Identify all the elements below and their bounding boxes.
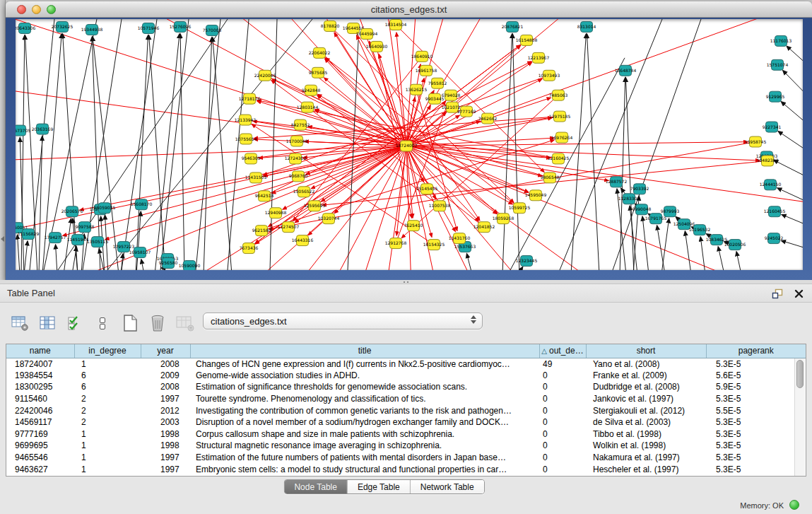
graph-node-yellow[interactable]: 16443316	[292, 235, 314, 246]
graph-edge	[160, 19, 189, 270]
graph-node-yellow[interactable]: 7955812	[428, 78, 447, 88]
column-header-name[interactable]: name	[6, 344, 74, 358]
graph-node-teal[interactable]: 8313014	[577, 21, 596, 32]
tab-edge-table[interactable]: Edge Table	[348, 480, 411, 493]
clear-selection-icon[interactable]	[93, 313, 112, 334]
graph-node-yellow[interactable]: 7485063	[549, 90, 568, 100]
tab-network-table[interactable]: Network Table	[411, 480, 484, 493]
left-splitter[interactable]	[0, 0, 6, 280]
table-row[interactable]: 946362711997Embryonic stem cells: a mode…	[6, 463, 806, 475]
graph-node-teal[interactable]: 9097588	[76, 222, 95, 233]
graph-node-teal[interactable]: 11451944	[67, 235, 89, 245]
graph-node-teal[interactable]: 20732625	[52, 21, 73, 32]
table-row[interactable]: 1938455462009Genome-wide association stu…	[6, 370, 806, 382]
graph-node-yellow[interactable]: 16640930	[366, 41, 388, 52]
graph-node-teal[interactable]: 9227341	[763, 122, 782, 132]
graph-node-teal[interactable]: 16791765	[645, 214, 667, 224]
graph-node-teal[interactable]: 15276096	[170, 21, 192, 32]
graph-node-yellow[interactable]: 18640910	[411, 51, 433, 62]
table-mode-icon[interactable]	[10, 313, 30, 334]
graph-node-yellow[interactable]: 12041852	[473, 222, 495, 233]
graph-node-teal[interactable]: 20876821	[502, 21, 524, 32]
splitter-collapse-arrow-icon[interactable]	[1, 236, 4, 242]
table-scrollbar-thumb[interactable]	[796, 360, 804, 388]
table-row[interactable]: 1830029562008Estimation of significance …	[6, 381, 806, 393]
network-canvas[interactable]: 2064330620732625193449381057194615276096…	[16, 19, 803, 270]
column-header-year[interactable]: year	[141, 344, 190, 358]
graph-node-yellow[interactable]: 16154808	[516, 35, 538, 45]
table-row[interactable]: 1872400712008Changes of HCN gene express…	[6, 358, 806, 370]
graph-node-teal[interactable]: 12887572	[606, 177, 628, 187]
table-row[interactable]: 2242004622012Investigating the contribut…	[6, 404, 806, 416]
graph-node-yellow[interactable]: 11700048	[286, 136, 308, 146]
network-graph[interactable]: 2064330620732625193449381057194615276096…	[16, 19, 803, 270]
graph-node-yellow[interactable]: 18314504	[385, 19, 407, 30]
table-row[interactable]: 1456911722003Disruption of a novel membe…	[6, 416, 806, 428]
table-cell: 2	[74, 393, 141, 405]
graph-node-yellow[interactable]: 7673436	[240, 243, 259, 254]
graph-node-yellow[interactable]: 11007538	[429, 201, 451, 211]
divider-grip-icon[interactable]	[403, 281, 410, 284]
table-row[interactable]: 977716911998Corpus callosum shape and si…	[6, 428, 806, 440]
table-cell: Tibbo et al. (1998)	[586, 428, 706, 440]
graph-node-yellow[interactable]: 9242848	[302, 85, 321, 95]
window-titlebar[interactable]: citations_edges.txt	[6, 1, 812, 18]
graph-node-yellow[interactable]: 9806548	[541, 173, 560, 183]
graph-node-teal[interactable]: 20573705	[16, 125, 30, 136]
graph-node-yellow[interactable]: 12803144	[297, 102, 319, 112]
graph-node-teal[interactable]: 10590090	[179, 261, 201, 270]
graph-node-teal[interactable]: 9245022	[765, 233, 784, 244]
graph-node-teal[interactable]: 13505115	[87, 237, 109, 247]
column-header-in_degree[interactable]: in_degree	[74, 344, 141, 358]
float-panel-icon[interactable]	[771, 287, 784, 300]
graph-node-teal[interactable]: 20363169	[32, 124, 54, 134]
node-table[interactable]: namein_degreeyeartitle△out_de…shortpager…	[6, 344, 806, 477]
table-row[interactable]: 946554611997Estimation of the future num…	[6, 452, 806, 464]
graph-node-teal[interactable]: 19344938	[81, 24, 103, 35]
graph-node-yellow[interactable]: 11274507	[278, 222, 300, 233]
column-header-title[interactable]: title	[190, 344, 539, 358]
graph-node-yellow[interactable]: 15958745	[745, 136, 767, 147]
table-row[interactable]: 969969511998Structural magnetic resonanc…	[6, 440, 806, 452]
graph-node-yellow[interactable]: 12975185	[549, 111, 571, 122]
new-column-icon[interactable]	[120, 313, 140, 334]
tab-node-table[interactable]: Node Table	[284, 480, 348, 493]
graph-node-yellow[interactable]: 8178820	[321, 21, 340, 31]
table-scrollbar[interactable]	[794, 358, 805, 476]
graph-node-yellow[interactable]: 9621580	[252, 226, 271, 236]
graph-node-yellow[interactable]: 9875685	[309, 67, 328, 78]
table-selector-dropdown[interactable]: citations_edges.txt	[203, 313, 483, 329]
table-cell: Dudbridge et al. (2008)	[586, 381, 706, 393]
graph-node-yellow[interactable]: 16976264	[551, 132, 573, 143]
column-header-pagerank[interactable]: pagerank	[706, 344, 806, 358]
graph-node-yellow[interactable]: 12160425	[548, 153, 570, 164]
graph-node-yellow[interactable]: 12133943	[235, 115, 257, 125]
memory-status-indicator[interactable]	[789, 500, 799, 510]
graph-node-yellow[interactable]: 22064022	[309, 47, 331, 58]
graph-node-teal[interactable]: 15751074	[767, 59, 789, 70]
graph-node-yellow[interactable]: 8427552	[291, 119, 310, 130]
graph-node-teal[interactable]: 9129965	[766, 91, 785, 102]
graph-node-teal[interactable]: 16020506	[724, 240, 746, 250]
graph-node-teal[interactable]: 7903392	[630, 184, 649, 194]
column-header-out_de[interactable]: △out_de…	[539, 344, 586, 358]
graph-node-label: 16640930	[366, 44, 388, 49]
delete-column-icon[interactable]	[148, 313, 167, 334]
graph-node-yellow[interactable]: 9546305	[242, 153, 261, 164]
column-header-short[interactable]: short	[586, 344, 706, 358]
graph-node-teal[interactable]: 11176013	[770, 35, 792, 46]
show-columns-icon[interactable]	[37, 313, 57, 334]
delete-table-icon[interactable]	[175, 313, 195, 334]
graph-node-teal[interactable]: 12160455	[764, 206, 786, 217]
close-panel-icon[interactable]	[792, 287, 805, 300]
select-all-icon[interactable]	[65, 313, 85, 334]
table-row[interactable]: 911546021997Tourette syndrome. Phenomeno…	[6, 393, 806, 405]
graph-node-yellow[interactable]: 12595695	[304, 201, 326, 211]
graph-node-yellow[interactable]: 7625410	[404, 221, 423, 231]
graph-node-teal[interactable]: 16648784	[615, 65, 637, 76]
graph-node-yellow[interactable]: 12912768	[385, 238, 407, 249]
graph-node-yellow[interactable]: 12724302	[285, 153, 307, 164]
graph-node-yellow[interactable]: 10599725	[509, 203, 531, 214]
graph-node-teal[interactable]: 17942757	[45, 233, 66, 243]
graph-node-yellow[interactable]: 18059268	[493, 214, 514, 224]
